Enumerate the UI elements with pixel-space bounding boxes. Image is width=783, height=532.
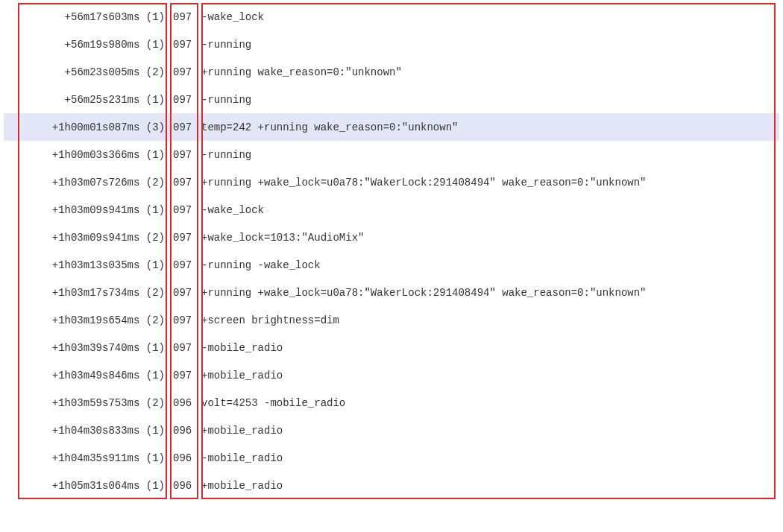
log-code: 096	[167, 425, 197, 437]
log-timestamp: +1h03m09s941ms (2)	[18, 232, 167, 244]
log-message: -running -wake_lock	[197, 259, 779, 271]
log-message: -running	[197, 149, 779, 161]
log-timestamp: +1h03m17s734ms (2)	[18, 287, 167, 299]
log-row[interactable]: +56m19s980ms (1)097-running	[4, 31, 779, 58]
log-container: +56m17s603ms (1)097-wake_lock+56m19s980m…	[4, 3, 779, 499]
log-row[interactable]: +56m23s005ms (2)097+running wake_reason=…	[4, 58, 779, 86]
log-row[interactable]: +56m25s231ms (1)097-running	[4, 86, 779, 113]
log-code: 097	[167, 149, 197, 161]
log-message: -mobile_radio	[197, 342, 779, 354]
log-message: -running	[197, 39, 779, 51]
log-code: 097	[167, 66, 197, 78]
log-timestamp: +1h04m35s911ms (1)	[18, 452, 167, 464]
log-code: 097	[167, 370, 197, 381]
log-row[interactable]: +56m17s603ms (1)097-wake_lock	[4, 3, 779, 31]
log-row[interactable]: +1h03m13s035ms (1)097-running -wake_lock	[4, 251, 779, 279]
log-timestamp: +1h05m31s064ms (1)	[18, 480, 167, 492]
log-message: +running wake_reason=0:"unknown"	[197, 66, 779, 78]
log-code: 096	[167, 397, 197, 409]
log-row[interactable]: +1h03m49s846ms (1)097+mobile_radio	[4, 361, 779, 389]
log-code: 097	[167, 342, 197, 354]
log-row[interactable]: +1h03m19s654ms (2)097+screen brightness=…	[4, 306, 779, 334]
log-row[interactable]: +1h04m30s833ms (1)096+mobile_radio	[4, 417, 779, 444]
log-message: -wake_lock	[197, 204, 779, 216]
log-message: +running +wake_lock=u0a78:"WakerLock:291…	[197, 177, 779, 189]
log-timestamp: +1h03m13s035ms (1)	[18, 259, 167, 271]
log-code: 097	[167, 94, 197, 106]
log-code: 097	[167, 232, 197, 244]
log-timestamp: +56m19s980ms (1)	[18, 39, 167, 51]
log-code: 096	[167, 480, 197, 492]
log-timestamp: +1h03m39s740ms (1)	[18, 342, 167, 354]
log-timestamp: +1h04m30s833ms (1)	[18, 425, 167, 437]
log-message: -running	[197, 94, 779, 106]
log-timestamp: +56m23s005ms (2)	[18, 66, 167, 78]
log-row[interactable]: +1h03m17s734ms (2)097+running +wake_lock…	[4, 279, 779, 306]
log-row[interactable]: +1h00m01s087ms (3)097temp=242 +running w…	[4, 113, 779, 141]
log-message: -mobile_radio	[197, 452, 779, 464]
log-message: +mobile_radio	[197, 425, 779, 437]
log-code: 097	[167, 314, 197, 326]
log-timestamp: +1h03m19s654ms (2)	[18, 314, 167, 326]
log-row[interactable]: +1h03m07s726ms (2)097+running +wake_lock…	[4, 168, 779, 196]
log-timestamp: +1h00m03s366ms (1)	[18, 149, 167, 161]
log-timestamp: +1h03m07s726ms (2)	[18, 177, 167, 189]
log-timestamp: +56m17s603ms (1)	[18, 11, 167, 23]
log-code: 097	[167, 287, 197, 299]
log-code: 097	[167, 39, 197, 51]
log-code: 097	[167, 11, 197, 23]
log-row[interactable]: +1h03m39s740ms (1)097-mobile_radio	[4, 334, 779, 361]
log-code: 097	[167, 121, 197, 133]
log-row[interactable]: +1h03m09s941ms (1)097-wake_lock	[4, 196, 779, 224]
log-row[interactable]: +1h04m35s911ms (1)096-mobile_radio	[4, 444, 779, 472]
log-message: +running +wake_lock=u0a78:"WakerLock:291…	[197, 287, 779, 299]
log-code: 097	[167, 204, 197, 216]
log-row[interactable]: +1h03m09s941ms (2)097+wake_lock=1013:"Au…	[4, 224, 779, 251]
log-message: +mobile_radio	[197, 370, 779, 381]
log-row[interactable]: +1h03m59s753ms (2)096volt=4253 -mobile_r…	[4, 389, 779, 417]
tree-guide-line	[18, 3, 19, 113]
log-timestamp: +1h00m01s087ms (3)	[18, 121, 167, 133]
log-message: volt=4253 -mobile_radio	[197, 397, 779, 409]
log-timestamp: +56m25s231ms (1)	[18, 94, 167, 106]
log-code: 097	[167, 259, 197, 271]
log-message: temp=242 +running wake_reason=0:"unknown…	[197, 121, 779, 133]
log-timestamp: +1h03m09s941ms (1)	[18, 204, 167, 216]
log-timestamp: +1h03m59s753ms (2)	[18, 397, 167, 409]
log-message: -wake_lock	[197, 11, 779, 23]
log-message: +mobile_radio	[197, 480, 779, 492]
log-timestamp: +1h03m49s846ms (1)	[18, 370, 167, 381]
log-code: 096	[167, 452, 197, 464]
log-code: 097	[167, 177, 197, 189]
log-row[interactable]: +1h05m31s064ms (1)096+mobile_radio	[4, 472, 779, 499]
log-message: +wake_lock=1013:"AudioMix"	[197, 232, 779, 244]
log-row[interactable]: +1h00m03s366ms (1)097-running	[4, 141, 779, 168]
log-message: +screen brightness=dim	[197, 314, 779, 326]
